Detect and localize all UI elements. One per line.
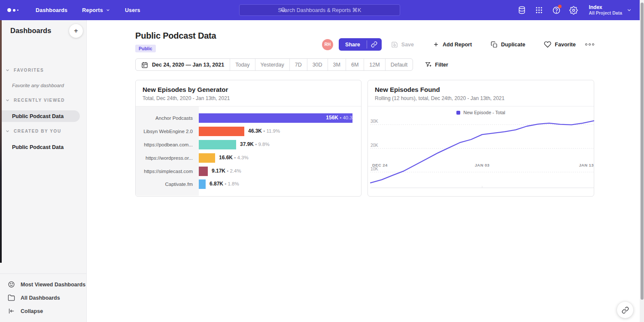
legend-label: New Episode - Total xyxy=(463,110,505,115)
duplicate-button[interactable]: Duplicate xyxy=(491,41,525,48)
app-logo[interactable] xyxy=(7,8,24,12)
bar[interactable] xyxy=(199,179,206,189)
filter-button[interactable]: Filter xyxy=(425,61,448,68)
bar-row[interactable]: https://wordpress.or...16.6K • 4.3% xyxy=(136,151,361,164)
nav-item-dashboards[interactable]: Dashboards xyxy=(36,7,67,13)
save-button[interactable]: Save xyxy=(391,41,414,48)
share-link-icon[interactable] xyxy=(367,38,382,51)
bar[interactable] xyxy=(199,167,208,176)
bar-row[interactable]: Libsyn WebEngine 2.046.3K • 11.9% xyxy=(136,125,361,138)
bar-value: 9.17K • 2.4% xyxy=(212,168,241,174)
bar-category-label: Captivate.fm xyxy=(136,182,199,187)
range-preset-3m[interactable]: 3M xyxy=(328,59,346,70)
chevron-down-icon xyxy=(5,68,10,73)
project-name: Index xyxy=(589,4,622,10)
bar-category-label: https://wordpress.or... xyxy=(136,155,199,161)
nav-item-users[interactable]: Users xyxy=(125,7,140,13)
calendar-icon xyxy=(141,61,148,68)
more-options-button[interactable] xyxy=(585,43,594,46)
card-header: New Episodes Found Rolling (12 hours), t… xyxy=(368,80,594,106)
date-range-group: Dec 24, 2020 — Jan 13, 2021 TodayYesterd… xyxy=(135,58,413,71)
folder-icon xyxy=(8,294,15,301)
bar-row[interactable]: Captivate.fm6.87K • 1.8% xyxy=(136,178,361,191)
plus-icon xyxy=(433,41,439,48)
copy-link-button[interactable] xyxy=(617,302,633,318)
sidebar-item-public-podcast-data[interactable]: Public Podcast Data xyxy=(0,110,80,122)
y-axis-tick-label: 30K xyxy=(371,119,378,124)
bar-value: 46.3K • 11.9% xyxy=(248,128,280,134)
smiley-icon xyxy=(8,281,15,288)
card-new-episodes-found: New Episodes Found Rolling (12 hours), t… xyxy=(368,80,594,197)
section-recently-viewed[interactable]: RECENTLY VIEWED xyxy=(0,98,87,103)
range-preset-today[interactable]: Today xyxy=(230,59,255,70)
most-viewed-dashboards-button[interactable]: Most Viewed Dashboards xyxy=(0,278,86,291)
project-selector[interactable]: Index All Project Data xyxy=(589,4,632,16)
help-icon[interactable] xyxy=(552,6,561,15)
bar[interactable] xyxy=(199,140,236,149)
card-header: New Episodes by Generator Total, Dec 24t… xyxy=(136,80,361,106)
favorite-button[interactable]: Favorite xyxy=(544,41,576,48)
chart-subtitle: Rolling (12 hours), total, Dec 24th, 202… xyxy=(375,95,587,101)
apps-grid-icon[interactable] xyxy=(535,6,544,15)
collapse-icon xyxy=(8,307,15,315)
avatar[interactable]: RH xyxy=(322,39,333,50)
settings-gear-icon[interactable] xyxy=(569,6,578,15)
bar-value: 16.6K • 4.3% xyxy=(219,155,249,161)
bar-row[interactable]: https://podbean.com...37.9K • 9.8% xyxy=(136,138,361,152)
all-dashboards-button[interactable]: All Dashboards xyxy=(0,291,86,304)
heart-icon xyxy=(544,41,551,48)
notification-badge xyxy=(558,5,562,8)
sidebar-item-public-podcast-data-created[interactable]: Public Podcast Data xyxy=(0,141,64,153)
y-axis-tick-label: 20K xyxy=(371,143,378,148)
sidebar-footer: Most Viewed Dashboards All Dashboards Co… xyxy=(0,273,86,322)
section-created-by-you[interactable]: CREATED BY YOU xyxy=(0,129,87,134)
chart-title: New Episodes Found xyxy=(375,86,587,93)
top-navbar: DashboardsReportsUsers Index All Project… xyxy=(0,0,644,20)
bar[interactable] xyxy=(199,127,244,136)
x-axis-tick-label: JAN 03 xyxy=(475,163,490,167)
chevron-down-icon xyxy=(5,98,10,103)
legend-item: New Episode - Total xyxy=(368,110,594,115)
filter-icon xyxy=(425,61,431,68)
bar-row[interactable]: https://simplecast.com9.17K • 2.4% xyxy=(136,164,361,178)
share-button[interactable]: Share xyxy=(339,38,382,51)
bar-category-label: Anchor Podcasts xyxy=(136,115,199,121)
project-subtitle: All Project Data xyxy=(589,10,622,16)
bar[interactable] xyxy=(199,153,215,163)
legend-swatch xyxy=(456,111,460,115)
date-range-picker[interactable]: Dec 24, 2020 — Jan 13, 2021 xyxy=(136,59,230,70)
duplicate-icon xyxy=(491,41,498,48)
link-icon xyxy=(622,307,629,314)
scrollbar-track[interactable] xyxy=(640,0,644,322)
data-icon[interactable] xyxy=(517,6,526,15)
background-window-artifact xyxy=(0,20,2,263)
bar-category-label: Libsyn WebEngine 2.0 xyxy=(136,129,199,134)
card-new-episodes-by-generator: New Episodes by Generator Total, Dec 24t… xyxy=(135,80,361,197)
chart-subtitle: Total, Dec 24th, 2020 - Jan 13th, 2021 xyxy=(143,95,354,101)
x-axis-labels: DEC 24JAN 03JAN 13 xyxy=(371,163,594,169)
save-icon xyxy=(391,41,398,48)
collapse-sidebar-button[interactable]: Collapse xyxy=(0,304,86,318)
chevron-down-icon xyxy=(5,129,10,134)
search-input[interactable] xyxy=(239,4,400,16)
bar-value: 37.9K • 9.8% xyxy=(240,141,270,147)
add-report-button[interactable]: Add Report xyxy=(433,41,472,48)
range-preset-6m[interactable]: 6M xyxy=(346,59,364,70)
bar-chart: Anchor Podcasts156K • 40.3%Libsyn WebEng… xyxy=(136,112,361,191)
range-preset-7d[interactable]: 7D xyxy=(289,59,307,70)
bar-category-label: https://simplecast.com xyxy=(136,169,199,174)
range-preset-12m[interactable]: 12M xyxy=(364,59,385,70)
x-axis-tick-label: DEC 24 xyxy=(372,163,388,167)
date-toolbar: Dec 24, 2020 — Jan 13, 2021 TodayYesterd… xyxy=(135,58,448,71)
section-favorites[interactable]: FAVORITES xyxy=(0,68,87,73)
bar-row[interactable]: Anchor Podcasts156K • 40.3% xyxy=(136,112,361,125)
page-title: Public Podcast Data xyxy=(135,31,216,41)
range-preset-default[interactable]: Default xyxy=(385,59,413,70)
nav-menu: DashboardsReportsUsers xyxy=(36,7,140,13)
sidebar: Dashboards + FAVORITES Favorite any dash… xyxy=(0,20,87,322)
range-preset-30d[interactable]: 30D xyxy=(307,59,328,70)
range-preset-yesterday[interactable]: Yesterday xyxy=(255,59,289,70)
scrollbar-thumb[interactable] xyxy=(641,3,644,300)
nav-item-reports[interactable]: Reports xyxy=(82,7,110,13)
add-dashboard-button[interactable]: + xyxy=(69,24,83,38)
